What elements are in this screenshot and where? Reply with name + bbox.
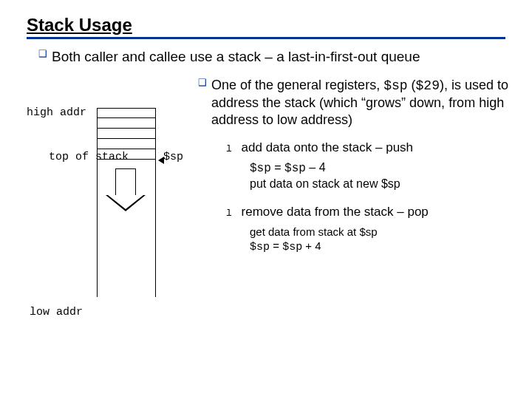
pop-text: remove data from the stack – pop — [242, 205, 429, 219]
square-bullet-icon: ❑ — [38, 48, 47, 59]
pop-code-line: $sp = $sp + 4 — [250, 239, 508, 255]
text-fragment: = — [271, 161, 284, 174]
content-area: high addr low addr top of stack $sp ❑ On… — [27, 77, 505, 358]
stack-cell — [98, 139, 155, 149]
right-text-column: ❑ One of the general registers, $sp ($29… — [198, 77, 508, 255]
sub-bullet-icon: l — [226, 143, 232, 154]
main-bullet: ❑ Both caller and callee use a stack – a… — [38, 48, 505, 66]
stack-cell — [98, 149, 155, 160]
sp-description: ❑ One of the general registers, $sp ($29… — [198, 77, 508, 129]
title-bar: Stack Usage — [27, 15, 505, 39]
code-sp: $sp — [383, 78, 407, 93]
arrow-down-icon — [104, 168, 147, 211]
stack-cell — [98, 129, 155, 139]
text-fragment: = — [270, 239, 282, 252]
sp-description-text: One of the general registers, $sp ($29),… — [211, 77, 508, 129]
code-fragment: $sp — [282, 241, 302, 253]
low-addr-label: low addr — [30, 306, 83, 318]
stack-diagram: high addr low addr top of stack $sp — [27, 77, 211, 321]
text-fragment: + 4 — [302, 239, 321, 252]
arrow-left-icon — [158, 157, 164, 164]
push-detail: $sp = $sp – 4 put data on stack at new $… — [250, 160, 508, 192]
push-text: add data onto the stack – push — [242, 140, 414, 154]
sp-pointer-label: $sp — [163, 151, 183, 163]
pop-detail: get data from stack at $sp $sp = $sp + 4 — [250, 225, 508, 255]
text-fragment: – 4 — [306, 161, 326, 174]
text-fragment: ( — [408, 78, 416, 92]
stack-cell — [98, 108, 155, 118]
main-bullet-text: Both caller and callee use a stack – a l… — [52, 48, 420, 66]
code-fragment: $sp — [284, 162, 306, 175]
square-bullet-icon: ❑ — [198, 77, 207, 89]
sub-bullet-icon: l — [226, 208, 232, 219]
code-fragment: $sp — [250, 162, 271, 175]
text-fragment: One of the general registers, — [211, 78, 383, 92]
pop-bullet: l remove data from the stack – pop — [226, 204, 508, 220]
slide-title: Stack Usage — [27, 15, 132, 35]
code-reg29: $29 — [416, 78, 440, 93]
push-code-line: $sp = $sp – 4 — [250, 160, 508, 177]
code-fragment: $sp — [250, 241, 270, 253]
push-desc-line: put data on stack at new $sp — [250, 177, 508, 192]
pop-desc-line: get data from stack at $sp — [250, 225, 508, 239]
high-addr-label: high addr — [27, 106, 86, 119]
push-bullet: l add data onto the stack – push — [226, 140, 508, 156]
stack-cell — [98, 118, 155, 129]
